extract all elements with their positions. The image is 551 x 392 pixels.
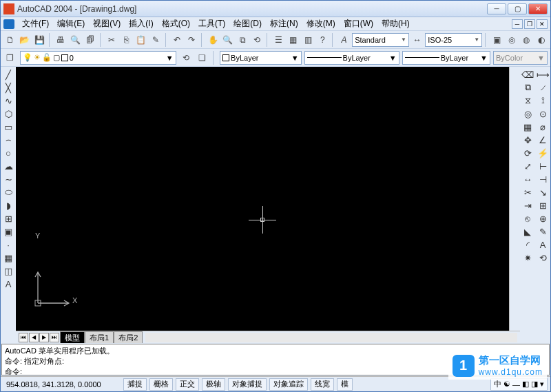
menu-help[interactable]: 帮助(H) — [378, 17, 413, 31]
point-tool[interactable]: · — [2, 238, 14, 251]
tab-next-button[interactable]: ▶ — [39, 333, 49, 342]
dim-tedit-tool[interactable]: A — [537, 238, 549, 251]
coordinates-display[interactable]: 954.0818, 341.3128, 0.0000 — [3, 380, 121, 389]
render-btn2[interactable]: ◎ — [505, 33, 518, 47]
redo-button[interactable]: ↷ — [185, 33, 198, 47]
render-btn1[interactable]: ▣ — [490, 33, 503, 47]
ellipse-tool[interactable]: ⬭ — [2, 186, 14, 198]
dim-aligned-tool[interactable]: ⟋ — [537, 81, 549, 94]
menu-draw[interactable]: 绘图(D) — [230, 17, 265, 31]
tab-model[interactable]: 模型 — [60, 331, 85, 344]
toolpalette-button[interactable]: ▥ — [301, 33, 314, 47]
spline-tool[interactable]: ∼ — [2, 173, 14, 185]
dim-update-tool[interactable]: ⟲ — [537, 251, 549, 264]
dim-radius-tool[interactable]: ⊙ — [537, 107, 549, 120]
stretch-tool[interactable]: ↔ — [521, 173, 534, 185]
layer-prev-button[interactable]: ⟲ — [179, 51, 193, 65]
minimize-button[interactable]: ─ — [487, 3, 506, 14]
rotate-tool[interactable]: ⟳ — [521, 147, 534, 159]
extend-tool[interactable]: ⇥ — [521, 199, 534, 212]
tab-prev-button[interactable]: ◀ — [29, 333, 39, 342]
publish-button[interactable]: 🗐 — [83, 33, 96, 47]
properties-button[interactable]: ☰ — [272, 33, 285, 47]
dim-linear-tool[interactable]: ⟼ — [537, 68, 549, 81]
cut-button[interactable]: ✂ — [105, 33, 118, 47]
menu-dimension[interactable]: 标注(N) — [267, 17, 302, 31]
revcloud-tool[interactable]: ☁ — [2, 160, 14, 172]
menu-tools[interactable]: 工具(T) — [195, 17, 229, 31]
erase-tool[interactable]: ⌫ — [521, 68, 534, 81]
document-icon[interactable] — [3, 19, 14, 29]
polar-toggle[interactable]: 极轴 — [202, 378, 225, 391]
dim-diameter-tool[interactable]: ⌀ — [537, 121, 549, 133]
mirror-tool[interactable]: ⧖ — [521, 94, 534, 107]
color-dropdown[interactable]: ByLayer ▼ — [220, 51, 301, 65]
preview-button[interactable]: 🔍 — [69, 33, 82, 47]
tab-last-button[interactable]: ⏭ — [50, 333, 59, 342]
circle-tool[interactable]: ○ — [2, 147, 14, 159]
undo-button[interactable]: ↶ — [170, 33, 183, 47]
dim-center-tool[interactable]: ⊕ — [537, 212, 549, 225]
menu-view[interactable]: 视图(V) — [90, 17, 124, 31]
help-button[interactable]: ? — [316, 33, 329, 47]
tab-layout1[interactable]: 布局1 — [85, 331, 114, 344]
osnap-toggle[interactable]: 对象捕捉 — [228, 378, 267, 391]
chamfer-tool[interactable]: ◣ — [521, 225, 534, 238]
dim-baseline-tool[interactable]: ⊢ — [537, 160, 549, 172]
close-button[interactable]: ✕ — [528, 3, 548, 14]
grid-toggle[interactable]: 栅格 — [149, 378, 173, 391]
print-button[interactable]: 🖶 — [54, 33, 67, 47]
doc-restore-button[interactable]: ❐ — [524, 19, 535, 29]
array-tool[interactable]: ▦ — [521, 121, 534, 133]
pan-button[interactable]: ✋ — [207, 33, 220, 47]
save-button[interactable]: 💾 — [33, 33, 46, 47]
hatch-tool[interactable]: ▦ — [2, 251, 14, 264]
layer-dropdown[interactable]: 💡 ☀ 🔓 ▢ 0 ▼ — [20, 51, 176, 65]
doc-minimize-button[interactable]: ─ — [512, 19, 523, 29]
ime-indicator[interactable]: 中 — [494, 379, 501, 389]
fillet-tool[interactable]: ◜ — [521, 238, 534, 251]
zoom-rt-button[interactable]: 🔍 — [221, 33, 234, 47]
layer-states-button[interactable]: ❏ — [195, 51, 209, 65]
open-button[interactable]: 📂 — [18, 33, 31, 47]
tray-icon-2[interactable]: — — [512, 380, 520, 389]
scale-tool[interactable]: ⤢ — [521, 160, 534, 172]
designcenter-button[interactable]: ▦ — [287, 33, 300, 47]
otrack-toggle[interactable]: 对象追踪 — [269, 378, 308, 391]
dim-quick-tool[interactable]: ⚡ — [537, 147, 549, 159]
ortho-toggle[interactable]: 正交 — [176, 378, 199, 391]
model-toggle[interactable]: 模 — [337, 378, 353, 391]
menu-modify[interactable]: 修改(M) — [303, 17, 339, 31]
polygon-tool[interactable]: ⬡ — [2, 107, 14, 120]
text-style-dropdown[interactable]: Standard▼ — [352, 33, 409, 47]
linetype-dropdown[interactable]: ByLayer ▼ — [304, 51, 399, 65]
dim-style-dropdown[interactable]: ISO-25▼ — [425, 33, 482, 47]
dim-ordinate-tool[interactable]: ⟟ — [537, 94, 549, 107]
tray-icon-3[interactable]: ◧ — [522, 380, 529, 389]
snap-toggle[interactable]: 捕捉 — [123, 378, 147, 391]
vertical-scrollbar[interactable] — [509, 67, 520, 331]
zoom-prev-button[interactable]: ⟲ — [251, 33, 264, 47]
trim-tool[interactable]: ✂ — [521, 186, 534, 198]
matchprop-button[interactable]: ✎ — [149, 33, 162, 47]
explode-tool[interactable]: ✷ — [521, 251, 534, 264]
maximize-button[interactable]: ▢ — [508, 3, 527, 14]
tab-layout2[interactable]: 布局2 — [114, 331, 143, 344]
text-tool[interactable]: A — [2, 278, 14, 290]
menu-edit[interactable]: 编辑(E) — [54, 17, 88, 31]
dim-edit-tool[interactable]: ✎ — [537, 225, 549, 238]
break-tool[interactable]: ⎋ — [521, 212, 534, 225]
ellipsearc-tool[interactable]: ◗ — [2, 199, 14, 212]
dim-angular-tool[interactable]: ∠ — [537, 134, 549, 146]
menu-window[interactable]: 窗口(W) — [340, 17, 377, 31]
dim-tolerance-tool[interactable]: ⊞ — [537, 199, 549, 212]
new-button[interactable]: 🗋 — [3, 33, 17, 47]
drawing-canvas[interactable]: Y X — [16, 67, 509, 331]
line-tool[interactable]: ╱ — [2, 68, 14, 81]
lwt-toggle[interactable]: 线宽 — [311, 378, 334, 391]
menu-format[interactable]: 格式(O) — [158, 17, 194, 31]
tab-first-button[interactable]: ⏮ — [19, 333, 28, 342]
move-tool[interactable]: ✥ — [521, 134, 534, 146]
render-btn4[interactable]: ◐ — [534, 33, 548, 47]
tray-icon-4[interactable]: ◨ — [531, 380, 538, 389]
